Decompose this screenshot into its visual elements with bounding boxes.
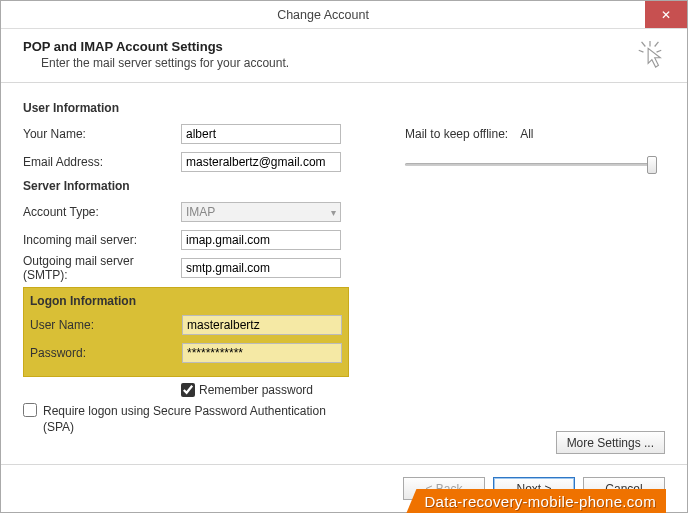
incoming-server-input[interactable]: [181, 230, 341, 250]
more-settings-button[interactable]: More Settings ...: [556, 431, 665, 454]
mail-keep-slider[interactable]: [405, 155, 657, 175]
brand-watermark: Data-recovery-mobile-phone.com: [406, 489, 666, 513]
slider-track: [405, 163, 651, 166]
logon-information-highlight: Logon Information User Name: Password:: [23, 287, 349, 377]
your-name-input[interactable]: [181, 124, 341, 144]
email-input[interactable]: [181, 152, 341, 172]
mail-to-keep-value: All: [520, 127, 533, 141]
account-type-value: IMAP: [186, 205, 215, 219]
label-remember-password: Remember password: [199, 383, 313, 397]
slider-thumb[interactable]: [647, 156, 657, 174]
dialog-content: User Information Your Name: Email Addres…: [1, 83, 687, 464]
close-icon: ✕: [661, 8, 671, 22]
label-password: Password:: [30, 346, 182, 360]
title-bar: Change Account ✕: [1, 1, 687, 29]
label-user-name: User Name:: [30, 318, 182, 332]
header-title: POP and IMAP Account Settings: [23, 39, 289, 54]
right-panel: Mail to keep offline: All: [405, 127, 657, 175]
label-mail-to-keep: Mail to keep offline:: [405, 127, 508, 141]
dialog-header: POP and IMAP Account Settings Enter the …: [1, 29, 687, 83]
cursor-click-icon: [635, 39, 665, 69]
password-input[interactable]: [182, 343, 342, 363]
label-your-name: Your Name:: [23, 127, 181, 141]
svg-line-4: [655, 42, 659, 47]
label-email: Email Address:: [23, 155, 181, 169]
svg-line-1: [639, 50, 644, 52]
require-spa-checkbox[interactable]: [23, 403, 37, 417]
section-user-information: User Information: [23, 101, 665, 115]
label-outgoing-server: Outgoing mail server (SMTP):: [23, 254, 181, 282]
change-account-dialog: Change Account ✕ POP and IMAP Account Se…: [0, 0, 688, 513]
chevron-down-icon: ▾: [331, 207, 336, 218]
label-incoming-server: Incoming mail server:: [23, 233, 181, 247]
window-title: Change Account: [1, 8, 645, 22]
close-button[interactable]: ✕: [645, 1, 687, 28]
section-server-information: Server Information: [23, 179, 665, 193]
svg-line-3: [642, 42, 646, 47]
user-name-input[interactable]: [182, 315, 342, 335]
account-type-select[interactable]: IMAP ▾: [181, 202, 341, 222]
remember-password-checkbox[interactable]: [181, 383, 195, 397]
section-logon-information: Logon Information: [30, 294, 342, 308]
label-account-type: Account Type:: [23, 205, 181, 219]
label-require-spa: Require logon using Secure Password Auth…: [43, 403, 343, 435]
header-subtitle: Enter the mail server settings for your …: [41, 56, 289, 70]
outgoing-server-input[interactable]: [181, 258, 341, 278]
svg-line-2: [657, 50, 662, 52]
